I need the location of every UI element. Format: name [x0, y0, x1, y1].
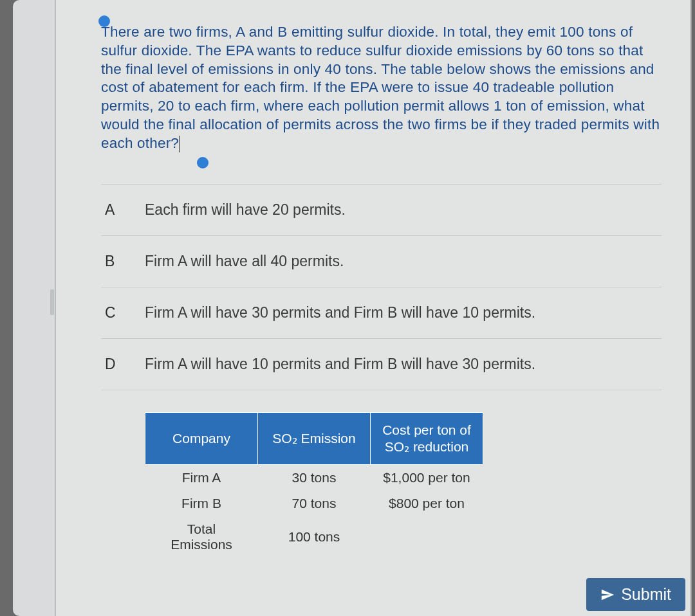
- cell-cost: [371, 516, 483, 557]
- cell-emission: 30 tons: [258, 465, 371, 491]
- col-company: Company: [145, 412, 258, 465]
- cell-cost: $1,000 per ton: [371, 465, 483, 491]
- cell-emission: 70 tons: [258, 491, 371, 516]
- cell-emission: 100 tons: [258, 516, 371, 557]
- scrollbar-handle[interactable]: [50, 289, 54, 315]
- table-row: Firm A 30 tons $1,000 per ton: [145, 465, 483, 491]
- cell-company: Firm A: [145, 465, 258, 491]
- submit-button[interactable]: Submit: [586, 578, 685, 611]
- table-row: Total Emissions 100 tons: [145, 516, 483, 557]
- table-header-row: Company SO₂ Emission Cost per ton of SO₂…: [145, 412, 483, 465]
- option-letter: C: [101, 304, 145, 322]
- table-row: Firm B 70 tons $800 per ton: [145, 491, 483, 516]
- option-a[interactable]: A Each firm will have 20 permits.: [101, 184, 662, 235]
- option-text: Firm A will have 30 permits and Firm B w…: [145, 304, 535, 322]
- col-emission: SO₂ Emission: [258, 412, 371, 465]
- question-text: There are two firms, A and B emitting su…: [101, 23, 662, 153]
- option-letter: B: [101, 253, 145, 270]
- question-panel: There are two firms, A and B emitting su…: [55, 0, 692, 616]
- option-letter: A: [101, 201, 145, 219]
- cell-company: Firm B: [145, 491, 258, 516]
- option-text: Firm A will have 10 permits and Firm B w…: [145, 356, 535, 373]
- data-table-wrap: Company SO₂ Emission Cost per ton of SO₂…: [145, 412, 662, 558]
- option-letter: D: [101, 356, 145, 373]
- emissions-table: Company SO₂ Emission Cost per ton of SO₂…: [145, 412, 483, 558]
- selection-handle-start[interactable]: [98, 15, 110, 27]
- option-text: Each firm will have 20 permits.: [145, 201, 346, 219]
- option-b[interactable]: B Firm A will have all 40 permits.: [101, 235, 662, 287]
- cell-company: Total Emissions: [145, 516, 258, 557]
- question-body: There are two firms, A and B emitting su…: [101, 24, 660, 151]
- option-c[interactable]: C Firm A will have 30 permits and Firm B…: [101, 287, 662, 338]
- text-caret: [179, 136, 180, 152]
- option-text: Firm A will have all 40 permits.: [145, 253, 344, 270]
- submit-label: Submit: [621, 585, 671, 604]
- option-d[interactable]: D Firm A will have 10 permits and Firm B…: [101, 338, 662, 390]
- cell-cost: $800 per ton: [371, 491, 483, 516]
- paper-plane-icon: [600, 588, 615, 602]
- col-cost: Cost per ton of SO₂ reduction: [371, 412, 483, 465]
- answer-options: A Each firm will have 20 permits. B Firm…: [101, 184, 662, 390]
- selection-handle-end[interactable]: [197, 157, 208, 168]
- window-frame: There are two firms, A and B emitting su…: [13, 0, 682, 616]
